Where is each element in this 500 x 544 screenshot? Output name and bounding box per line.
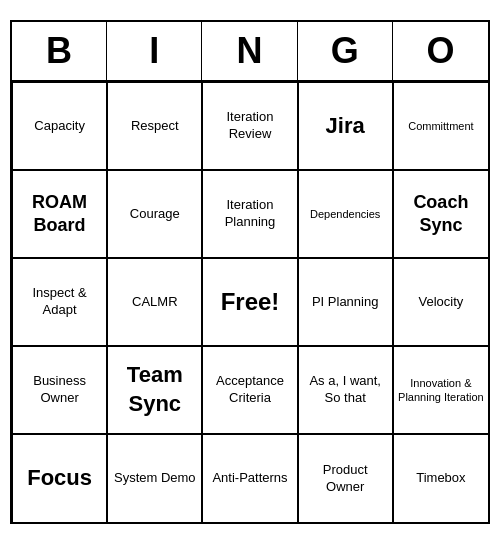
bingo-grid: CapacityRespectIteration ReviewJiraCommi… <box>12 82 488 522</box>
bingo-cell-20: Focus <box>12 434 107 522</box>
bingo-cell-4: Committment <box>393 82 488 170</box>
bingo-cell-17: Acceptance Criteria <box>202 346 297 434</box>
bingo-cell-22: Anti-Patterns <box>202 434 297 522</box>
bingo-cell-18: As a, I want, So that <box>298 346 393 434</box>
bingo-cell-13: PI Planning <box>298 258 393 346</box>
bingo-cell-12: Free! <box>202 258 297 346</box>
bingo-cell-10: Inspect & Adapt <box>12 258 107 346</box>
bingo-cell-3: Jira <box>298 82 393 170</box>
bingo-letter-i: I <box>107 22 202 80</box>
bingo-cell-9: Coach Sync <box>393 170 488 258</box>
bingo-letter-n: N <box>202 22 297 80</box>
bingo-cell-14: Velocity <box>393 258 488 346</box>
bingo-cell-1: Respect <box>107 82 202 170</box>
bingo-cell-16: Team Sync <box>107 346 202 434</box>
bingo-cell-2: Iteration Review <box>202 82 297 170</box>
bingo-cell-21: System Demo <box>107 434 202 522</box>
bingo-letter-g: G <box>298 22 393 80</box>
bingo-cell-5: ROAM Board <box>12 170 107 258</box>
bingo-cell-19: Innovation & Planning Iteration <box>393 346 488 434</box>
bingo-card: BINGO CapacityRespectIteration ReviewJir… <box>10 20 490 524</box>
bingo-header: BINGO <box>12 22 488 82</box>
bingo-cell-24: Timebox <box>393 434 488 522</box>
bingo-letter-o: O <box>393 22 488 80</box>
bingo-cell-23: Product Owner <box>298 434 393 522</box>
bingo-cell-6: Courage <box>107 170 202 258</box>
bingo-cell-8: Dependencies <box>298 170 393 258</box>
bingo-letter-b: B <box>12 22 107 80</box>
bingo-cell-7: Iteration Planning <box>202 170 297 258</box>
bingo-cell-11: CALMR <box>107 258 202 346</box>
bingo-cell-15: Business Owner <box>12 346 107 434</box>
bingo-cell-0: Capacity <box>12 82 107 170</box>
